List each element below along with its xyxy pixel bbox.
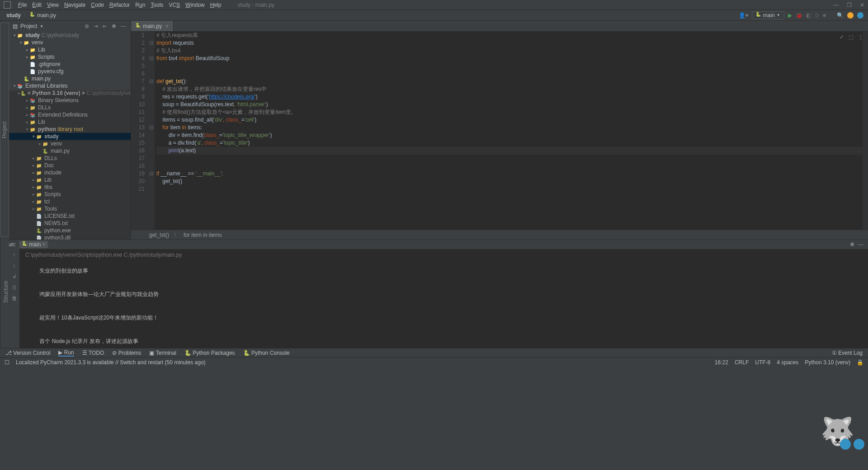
minimize-icon[interactable]: — bbox=[833, 2, 839, 8]
tool-problems[interactable]: ⊘ Problems bbox=[112, 350, 141, 356]
tree-item[interactable]: ▸📁Scripts bbox=[9, 191, 131, 198]
tree-item[interactable]: ▸📁tcl bbox=[9, 198, 131, 205]
run-configuration-selector[interactable]: main ▼ bbox=[752, 11, 784, 19]
tree-item[interactable]: ▸📁venv bbox=[9, 140, 131, 147]
project-tree[interactable]: ▾📁study C:\python\study▾📁venv▸📁Lib▸📁Scri… bbox=[9, 32, 131, 240]
close-icon[interactable]: ✕ bbox=[860, 2, 864, 8]
tree-item[interactable]: ▸📁libs bbox=[9, 183, 131, 191]
tree-item[interactable]: ▸📁DLLs bbox=[9, 104, 131, 111]
tree-item[interactable]: ▸📁Lib bbox=[9, 176, 131, 183]
status-indent[interactable]: 4 spaces bbox=[777, 359, 798, 366]
tree-item[interactable]: 📄pyvenv.cfg bbox=[9, 68, 131, 75]
clear-icon[interactable]: 🗑 bbox=[12, 295, 17, 301]
maximize-icon[interactable]: ❐ bbox=[847, 2, 852, 8]
menu-help[interactable]: Help bbox=[208, 2, 224, 8]
breadcrumb-project[interactable]: study bbox=[5, 12, 23, 19]
close-run-tab-icon[interactable]: × bbox=[42, 241, 45, 248]
run-settings-icon[interactable]: ✱ bbox=[850, 241, 854, 248]
sidebar-tab-structure[interactable]: Structure bbox=[3, 240, 9, 344]
status-interpreter[interactable]: Python 3.10 (venv) bbox=[805, 359, 850, 366]
editor-breadcrumb[interactable]: get_txt() 〉 for item in items bbox=[131, 230, 868, 240]
tree-item[interactable]: ▾📁venv bbox=[9, 39, 131, 46]
expand-all-icon[interactable]: ⇥ bbox=[94, 23, 100, 29]
locate-icon[interactable]: ⊕ bbox=[85, 23, 91, 29]
editor-tab-main[interactable]: main.py × bbox=[131, 21, 174, 31]
menu-file[interactable]: File bbox=[15, 2, 29, 8]
editor-scrollbar[interactable] bbox=[863, 32, 868, 230]
status-message[interactable]: Localized PyCharm 2021.3.3 is available … bbox=[16, 359, 206, 366]
tree-item[interactable]: 📄NEWS.txt bbox=[9, 220, 131, 227]
user-icon[interactable]: 👤▾ bbox=[739, 12, 748, 19]
crumb-function[interactable]: get_txt() bbox=[149, 232, 169, 238]
collapse-all-icon[interactable]: ⇤ bbox=[103, 23, 109, 29]
more-icon[interactable]: ⋮ bbox=[858, 33, 863, 41]
tree-item[interactable]: 🐍main.py bbox=[9, 147, 131, 155]
tree-item[interactable]: 📄LICENSE.txt bbox=[9, 212, 131, 220]
close-tab-icon[interactable]: × bbox=[165, 23, 169, 29]
tree-item[interactable]: ▸📁include bbox=[9, 169, 131, 176]
search-icon[interactable]: 🔍 bbox=[837, 12, 844, 19]
run-hide-icon[interactable]: — bbox=[858, 241, 863, 248]
ide-settings-icon[interactable] bbox=[857, 12, 863, 19]
ide-update-icon[interactable] bbox=[847, 12, 854, 19]
settings-icon[interactable]: ✱ bbox=[112, 23, 118, 29]
menu-tools[interactable]: Tools bbox=[148, 2, 166, 8]
status-notification-icon[interactable]: ☐ bbox=[5, 359, 9, 366]
menu-code[interactable]: Code bbox=[88, 2, 107, 8]
tree-item[interactable]: 📄.gitignore bbox=[9, 61, 131, 68]
crumb-loop[interactable]: for item in items bbox=[184, 232, 222, 238]
fold-gutter[interactable]: ⊟ ⊟ ⊟ ⊟ ⊟ bbox=[149, 32, 155, 230]
tree-item[interactable]: ▸📁Doc bbox=[9, 162, 131, 169]
profile-icon[interactable]: ⊙ bbox=[815, 12, 819, 19]
run-icon[interactable]: ▶ bbox=[788, 12, 792, 19]
tool-todo[interactable]: ☰ TODO bbox=[82, 350, 104, 356]
status-line-sep[interactable]: CRLF bbox=[735, 359, 749, 366]
tree-item[interactable]: 🐍main.py bbox=[9, 75, 131, 82]
stop-icon[interactable]: ■ bbox=[823, 12, 826, 19]
tree-item[interactable]: 📄python3.dll bbox=[9, 234, 131, 240]
status-lock-icon[interactable]: 🔒 bbox=[857, 359, 863, 366]
scroll-up-icon[interactable]: ↑ bbox=[13, 252, 16, 258]
breadcrumb-file[interactable]: main.py bbox=[35, 12, 58, 19]
menu-vcs[interactable]: VCS bbox=[166, 2, 183, 8]
status-position[interactable]: 16:22 bbox=[715, 359, 728, 366]
editor[interactable]: 123456789101112131415161718192021 ⊟ ⊟ ⊟ … bbox=[131, 32, 868, 230]
tree-item[interactable]: ▸📁Lib bbox=[9, 46, 131, 53]
tool-version-control[interactable]: ⎇ Version Control bbox=[5, 350, 50, 356]
debug-icon[interactable]: 🐞 bbox=[796, 12, 802, 19]
tool-run[interactable]: ▶ Run bbox=[58, 349, 74, 357]
tree-item[interactable]: ▾📁study C:\python\study bbox=[9, 32, 131, 39]
code-area[interactable]: # 引入requests库import requests# 引入bs4from … bbox=[155, 32, 863, 230]
status-encoding[interactable]: UTF-8 bbox=[755, 359, 770, 366]
tree-item[interactable]: ▾📁study bbox=[9, 133, 131, 140]
scroll-down-icon[interactable]: ↓ bbox=[13, 263, 16, 269]
inspection-icon[interactable]: ✓ bbox=[840, 33, 844, 41]
tree-item[interactable]: ▸📁Lib bbox=[9, 118, 131, 126]
tree-item[interactable]: ▸📚Binary Skeletons bbox=[9, 97, 131, 104]
floating-badge-2[interactable] bbox=[854, 439, 864, 450]
tree-item[interactable]: ▾📚External Libraries bbox=[9, 82, 131, 89]
tool-event-log[interactable]: ① Event Log bbox=[832, 350, 863, 356]
menu-run[interactable]: Run bbox=[132, 2, 148, 8]
menu-window[interactable]: Window bbox=[183, 2, 208, 8]
floating-badge-1[interactable] bbox=[840, 439, 851, 450]
run-console-output[interactable]: C:\python\study\venv\Scripts\python.exe … bbox=[20, 249, 868, 348]
menu-refactor[interactable]: Refactor bbox=[107, 2, 132, 8]
tool-python-console[interactable]: 🐍 Python Console bbox=[243, 350, 290, 356]
menu-navigate[interactable]: Navigate bbox=[61, 2, 88, 8]
tool-terminal[interactable]: ▣ Terminal bbox=[149, 350, 176, 356]
menu-edit[interactable]: Edit bbox=[29, 2, 44, 8]
reader-mode-icon[interactable]: ⬚ bbox=[849, 33, 854, 41]
soft-wrap-icon[interactable]: ↲ bbox=[12, 273, 17, 280]
left-tool-stripe[interactable]: Project bbox=[0, 21, 9, 240]
menu-view[interactable]: View bbox=[44, 2, 61, 8]
tool-python-packages[interactable]: 🐍 Python Packages bbox=[184, 350, 235, 356]
hide-icon[interactable]: — bbox=[121, 23, 127, 29]
print-icon[interactable]: ⎙ bbox=[13, 284, 16, 291]
coverage-icon[interactable]: ◧ bbox=[806, 12, 811, 19]
tree-item[interactable]: ▸📁Scripts bbox=[9, 53, 131, 61]
tree-item[interactable]: ▸📁DLLs bbox=[9, 155, 131, 162]
tree-item[interactable]: ▾📁python library root bbox=[9, 126, 131, 133]
tree-item[interactable]: 🐍python.exe bbox=[9, 227, 131, 234]
tree-item[interactable]: ▸🐍< Python 3.10 (venv) > C:\python\study… bbox=[9, 89, 131, 97]
